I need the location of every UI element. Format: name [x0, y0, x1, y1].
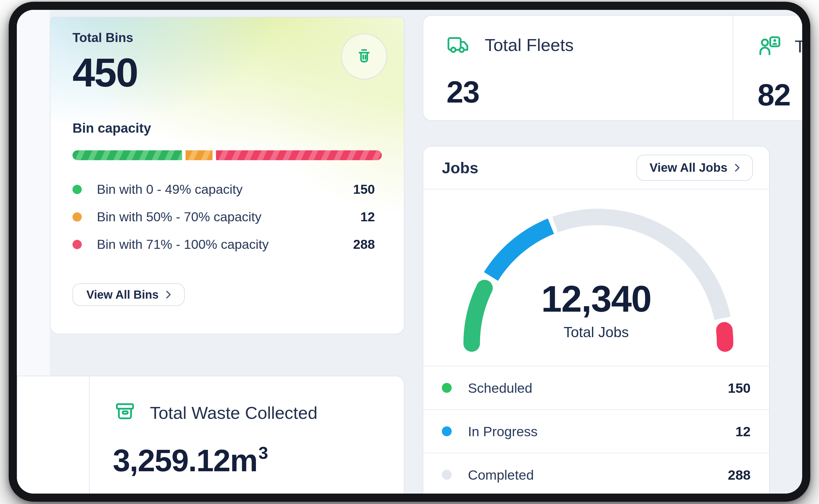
- device-frame: Total Bins 450 Bin capacity: [9, 2, 810, 502]
- capacity-segment-mid: [185, 150, 213, 160]
- legend-value: 150: [728, 380, 751, 396]
- total-workers-value: 82: [758, 78, 802, 112]
- person-badge-icon: [758, 34, 782, 59]
- gauge-center-text: 12,340 Total Jobs: [423, 280, 769, 341]
- top-stats-row: Total Fleets 23: [423, 15, 802, 121]
- blue-dot: [442, 426, 452, 436]
- legend-label: Completed: [468, 467, 534, 483]
- chevron-right-icon: [735, 164, 740, 172]
- bin-capacity-bar: [72, 150, 382, 160]
- waste-box-icon: [113, 401, 137, 425]
- jobs-header: Jobs View All Jobs: [423, 147, 769, 189]
- chevron-right-icon: [166, 291, 171, 299]
- total-fleets-value: 23: [446, 75, 733, 109]
- waste-unit-exponent: 3: [258, 443, 267, 463]
- gray-dot: [442, 470, 452, 480]
- bins-trash-button[interactable]: [341, 34, 387, 79]
- view-all-bins-label: View All Bins: [86, 288, 158, 301]
- legend-label: Bin with 50% - 70% capacity: [97, 209, 262, 224]
- legend-label: Bin with 71% - 100% capacity: [97, 237, 269, 252]
- total-waste-card: Total Waste Collected 3,259.12m3: [90, 376, 404, 494]
- truck-icon: [446, 34, 472, 56]
- orange-dot: [72, 212, 82, 222]
- legend-row-in-progress: In Progress 12: [423, 409, 769, 453]
- total-bins-card: Total Bins 450 Bin capacity: [50, 17, 404, 334]
- legend-label: Scheduled: [468, 380, 532, 396]
- total-jobs-label: Total Jobs: [423, 324, 769, 341]
- trash-icon: [353, 46, 375, 67]
- total-jobs-value: 12,340: [423, 280, 769, 317]
- total-bins-label: Total Bins: [72, 30, 382, 45]
- total-fleets-card: Total Fleets 23: [423, 16, 733, 120]
- partial-stat-cell: [17, 376, 89, 494]
- jobs-card: Jobs View All Jobs 12,340 Total Jobs Sch…: [423, 146, 770, 494]
- total-fleets-title: Total Fleets: [485, 35, 574, 55]
- total-workers-card: T 82: [733, 16, 802, 120]
- dashboard-viewport: Total Bins 450 Bin capacity: [17, 10, 802, 494]
- legend-value: 288: [353, 237, 382, 252]
- total-waste-title: Total Waste Collected: [150, 403, 318, 423]
- capacity-segment-high: [216, 150, 382, 160]
- view-all-bins-button[interactable]: View All Bins: [72, 283, 185, 306]
- total-waste-value: 3,259.12m3: [113, 442, 404, 479]
- view-all-jobs-button[interactable]: View All Jobs: [637, 155, 753, 181]
- legend-value: 12: [360, 209, 382, 224]
- green-dot: [72, 185, 82, 194]
- legend-row-low: Bin with 0 - 49% capacity 150: [72, 180, 382, 198]
- bin-capacity-legend: Bin with 0 - 49% capacity 150 Bin with 5…: [72, 180, 382, 253]
- total-workers-title: T: [795, 36, 802, 56]
- view-all-jobs-label: View All Jobs: [650, 161, 727, 175]
- legend-value: 12: [736, 423, 751, 439]
- bottom-stats-row: Total Waste Collected 3,259.12m3: [17, 376, 404, 494]
- waste-amount: 3,259.12m: [113, 443, 257, 478]
- legend-row-completed: Completed 288: [423, 453, 769, 494]
- legend-label: In Progress: [468, 423, 537, 439]
- jobs-title: Jobs: [442, 159, 478, 177]
- legend-value: 288: [728, 467, 751, 483]
- green-dot: [442, 383, 452, 393]
- jobs-legend: Scheduled 150 In Progress 12 Completed 2…: [423, 366, 769, 494]
- legend-row-scheduled: Scheduled 150: [423, 366, 769, 409]
- legend-row-mid: Bin with 50% - 70% capacity 12: [72, 208, 382, 226]
- total-bins-value: 450: [72, 52, 382, 93]
- legend-value: 150: [353, 182, 382, 197]
- legend-label: Bin with 0 - 49% capacity: [97, 182, 243, 197]
- capacity-segment-low: [72, 150, 182, 160]
- legend-row-high: Bin with 71% - 100% capacity 288: [72, 235, 382, 253]
- red-dot: [72, 240, 82, 249]
- bin-capacity-title: Bin capacity: [72, 120, 382, 136]
